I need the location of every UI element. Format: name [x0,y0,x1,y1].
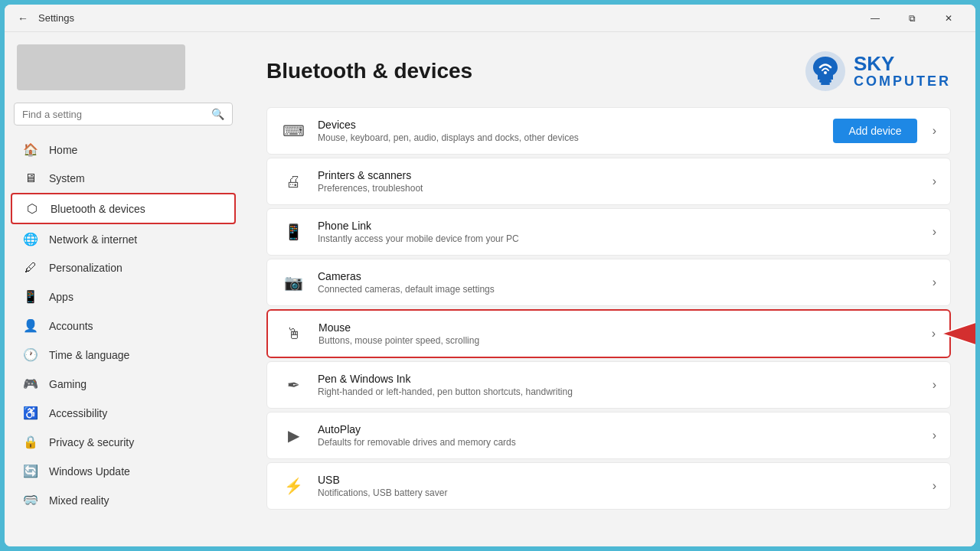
phone-text: Phone Link Instantly access your mobile … [318,220,920,244]
mouse-arrow-annotation [942,315,975,352]
settings-window: ← Settings — ⧉ ✕ 🔍 🏠 Home 🖥 System ⬡ Blu… [5,5,975,546]
brand-placeholder [17,44,185,90]
window-controls: — ⧉ ✕ [858,5,966,32]
search-icon: 🔍 [211,108,224,120]
phone-icon: 📱 [281,220,305,244]
sky-logo-icon [805,51,846,92]
system-label: System [49,172,85,184]
printers-icon: 🖨 [281,169,305,194]
sidebar-item-personalization[interactable]: 🖊 Personalization [11,254,236,282]
setting-item-pen[interactable]: ✒ Pen & Windows Ink Right-handed or left… [266,361,951,409]
pen-text: Pen & Windows Ink Right-handed or left-h… [318,373,920,397]
sidebar-item-mixed[interactable]: 🥽 Mixed reality [11,486,236,514]
pen-right: › [933,378,936,392]
page-title: Bluetooth & devices [266,59,472,83]
time-icon: 🕐 [23,347,38,362]
sidebar-item-accounts[interactable]: 👤 Accounts [11,311,236,340]
setting-item-usb[interactable]: ⚡ USB Notifications, USB battery saver › [266,462,951,510]
cameras-desc: Connected cameras, default image setting… [318,284,920,295]
autoplay-right: › [933,429,936,442]
printers-chevron: › [933,174,936,188]
cameras-title: Cameras [318,270,920,282]
mouse-right: › [932,327,936,341]
main-panel: Bluetooth & devices SKY COMPUTER [242,32,975,546]
accounts-label: Accounts [49,320,93,332]
cameras-text: Cameras Connected cameras, default image… [318,270,920,295]
mouse-icon: 🖱 [282,321,306,346]
devices-title: Devices [318,119,821,131]
phone-desc: Instantly access your mobile device from… [318,233,920,244]
update-icon: 🔄 [23,464,38,478]
window-title: Settings [38,12,74,24]
sidebar-item-gaming[interactable]: 🎮 Gaming [11,370,236,398]
sidebar: 🔍 🏠 Home 🖥 System ⬡ Bluetooth & devices … [5,32,242,546]
autoplay-text: AutoPlay Defaults for removable drives a… [318,423,920,448]
setting-item-mouse[interactable]: 🖱 Mouse Buttons, mouse pointer speed, sc… [266,309,951,358]
pen-desc: Right-handed or left-handed, pen button … [318,386,920,397]
sidebar-item-system[interactable]: 🖥 System [11,165,236,192]
devices-chevron: › [933,124,936,138]
computer-label: COMPUTER [854,74,951,90]
sidebar-item-bluetooth[interactable]: ⬡ Bluetooth & devices [11,193,236,224]
pen-chevron: › [933,378,936,392]
svg-marker-5 [942,318,975,349]
system-icon: 🖥 [23,171,38,185]
minimize-button[interactable]: — [858,5,893,32]
pen-icon: ✒ [281,373,305,397]
autoplay-desc: Defaults for removable drives and memory… [318,437,920,448]
gaming-icon: 🎮 [23,377,38,391]
usb-right: › [933,479,936,493]
content-area: 🔍 🏠 Home 🖥 System ⬡ Bluetooth & devices … [5,32,975,546]
usb-title: USB [318,474,920,486]
sidebar-item-update[interactable]: 🔄 Windows Update [11,457,236,485]
mixed-label: Mixed reality [49,494,109,507]
accounts-icon: 👤 [23,318,38,333]
gaming-label: Gaming [49,378,87,390]
sidebar-item-privacy[interactable]: 🔒 Privacy & security [11,428,236,456]
sky-computer-logo: SKY COMPUTER [805,51,951,92]
printers-right: › [933,174,936,188]
bluetooth-label: Bluetooth & devices [51,203,145,215]
svg-rect-1 [819,80,831,83]
search-input[interactable] [22,109,205,120]
devices-right: Add device › [833,119,936,143]
apps-icon: 📱 [23,289,38,304]
home-icon: 🏠 [23,142,38,157]
mixed-icon: 🥽 [23,493,38,507]
sidebar-item-home[interactable]: 🏠 Home [11,135,236,164]
setting-item-autoplay[interactable]: ▶ AutoPlay Defaults for removable drives… [266,412,951,459]
usb-icon: ⚡ [281,474,305,498]
usb-text: USB Notifications, USB battery saver [318,474,920,498]
settings-list: ⌨ Devices Mouse, keyboard, pen, audio, d… [266,107,951,510]
printers-text: Printers & scanners Preferences, trouble… [318,169,920,194]
sidebar-item-apps[interactable]: 📱 Apps [11,282,236,311]
sky-label: SKY [854,53,951,75]
mouse-chevron: › [932,327,936,341]
nav-list: 🏠 Home 🖥 System ⬡ Bluetooth & devices 🌐 … [5,135,242,515]
sidebar-item-network[interactable]: 🌐 Network & internet [11,225,236,253]
maximize-button[interactable]: ⧉ [894,5,929,32]
setting-item-printers[interactable]: 🖨 Printers & scanners Preferences, troub… [266,158,951,205]
search-box[interactable]: 🔍 [14,103,233,126]
home-label: Home [49,144,77,156]
setting-item-devices[interactable]: ⌨ Devices Mouse, keyboard, pen, audio, d… [266,107,951,155]
autoplay-chevron: › [933,429,936,442]
usb-desc: Notifications, USB battery saver [318,487,920,498]
mouse-text: Mouse Buttons, mouse pointer speed, scro… [318,321,920,346]
sidebar-item-accessibility[interactable]: ♿ Accessibility [11,399,236,427]
svg-rect-2 [821,83,830,85]
devices-desc: Mouse, keyboard, pen, audio, displays an… [318,132,821,143]
svg-point-3 [824,71,827,74]
back-button[interactable]: ← [14,9,32,28]
sky-logo-text: SKY COMPUTER [854,53,951,90]
close-button[interactable]: ✕ [931,5,966,32]
cameras-icon: 📷 [281,270,305,295]
sidebar-item-time[interactable]: 🕐 Time & language [11,341,236,369]
printers-title: Printers & scanners [318,169,920,181]
add-device-button[interactable]: Add device [833,119,916,143]
printers-desc: Preferences, troubleshoot [318,183,920,194]
setting-item-cameras[interactable]: 📷 Cameras Connected cameras, default ima… [266,259,951,306]
network-icon: 🌐 [23,232,38,246]
setting-item-phone[interactable]: 📱 Phone Link Instantly access your mobil… [266,208,951,256]
mouse-title: Mouse [318,321,920,334]
